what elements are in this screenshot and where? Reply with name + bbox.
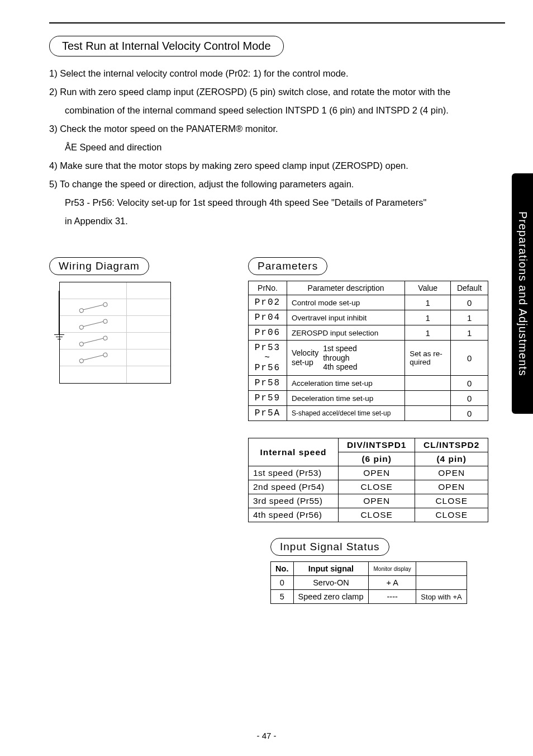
header-cl-pin: (4 pin) — [415, 452, 488, 466]
header-intspd: Internal speed — [249, 438, 339, 466]
cell: CLOSE — [338, 480, 415, 494]
cell-no: 5 — [271, 590, 294, 604]
cell-prno-range: Pr53 ~ Pr56 — [249, 341, 287, 376]
cell-note — [416, 576, 467, 590]
cell-value — [405, 376, 451, 391]
switch-icon — [81, 321, 105, 328]
step-5c: in Appendix 31. — [49, 212, 505, 230]
switch-icon — [81, 338, 105, 344]
cell-default: 0 — [451, 341, 488, 376]
table-row: 2nd speed (Pr54) CLOSE OPEN — [249, 480, 488, 494]
table-row: Pr59 Deceleration time set-up 0 — [249, 391, 488, 406]
header-cl: CL/INTSPD2 — [415, 438, 488, 452]
cell-default: 1 — [451, 325, 488, 341]
internal-speed-table: Internal speed DIV/INTSPD1 CL/INTSPD2 (6… — [248, 438, 488, 522]
cell-desc: Velocity set-up 1st speed through 4th sp… — [287, 341, 404, 376]
header-div-pin: (6 pin) — [338, 452, 415, 466]
value-bot: quired — [410, 358, 446, 366]
header-monitor: Monitor display — [369, 562, 416, 576]
input-signal-heading: Input Signal Status — [270, 538, 389, 556]
header-value: Value — [405, 281, 451, 295]
cell-value: 1 — [405, 325, 451, 341]
cell-sig: Speed zero clamp — [293, 590, 369, 604]
wiring-diagram — [59, 282, 171, 384]
cell-speed-label: 3rd speed (Pr55) — [249, 494, 339, 508]
step-5b: Pr53 - Pr56: Velocity set-up for 1st spe… — [49, 193, 505, 212]
cell-prno: Pr5A — [249, 406, 287, 421]
header-sig: Input signal — [293, 562, 369, 576]
table-header-row: No. Input signal Monitor display — [271, 562, 467, 576]
cell-prno: Pr02 — [249, 295, 287, 310]
parameters-table: PrNo. Parameter description Value Defaul… — [248, 281, 488, 421]
vs-right-mid: through — [323, 353, 358, 363]
cell: CLOSE — [415, 494, 488, 508]
step-5: 5) To change the speed or direction, adj… — [49, 175, 505, 193]
cell: CLOSE — [338, 508, 415, 522]
table-header-row: Internal speed DIV/INTSPD1 CL/INTSPD2 — [249, 438, 488, 452]
prno-mid: ~ — [253, 353, 282, 363]
vs-left-bot: set-up — [292, 358, 318, 367]
cell: OPEN — [338, 466, 415, 480]
table-row-velocity: Pr53 ~ Pr56 Velocity set-up 1st speed th… — [249, 341, 488, 376]
table-header-row: PrNo. Parameter description Value Defaul… — [249, 281, 488, 295]
cell-mon: + A — [369, 576, 416, 590]
table-row: Pr02 Control mode set-up 1 0 — [249, 295, 488, 310]
switch-icon — [81, 355, 105, 361]
table-row: 3rd speed (Pr55) OPEN CLOSE — [249, 494, 488, 508]
cell-default: 0 — [451, 295, 488, 310]
cell-desc: Acceleration time set-up — [287, 376, 404, 391]
cell-value: Set as re- quired — [405, 341, 451, 376]
table-row: 1st speed (Pr53) OPEN OPEN — [249, 466, 488, 480]
switch-icon — [81, 304, 105, 311]
cell: CLOSE — [415, 508, 488, 522]
cell-desc: Control mode set-up — [287, 295, 404, 310]
cell-prno: Pr06 — [249, 325, 287, 341]
cell-desc: ZEROSPD input selection — [287, 325, 404, 341]
cell-value — [405, 406, 451, 421]
table-row: Pr5A S-shaped accel/decel time set-up 0 — [249, 406, 488, 421]
vs-right-bot: 4th speed — [323, 362, 358, 372]
header-div: DIV/INTSPD1 — [338, 438, 415, 452]
step-3b: ÅE Speed and direction — [49, 138, 505, 157]
cell-note: Stop with +A — [416, 590, 467, 604]
parameters-heading: Parameters — [248, 257, 327, 275]
cell-desc: S-shaped accel/decel time set-up — [287, 406, 404, 421]
header-desc: Parameter description — [287, 281, 404, 295]
cell-sig: Servo-ON — [293, 576, 369, 590]
header-default: Default — [451, 281, 488, 295]
cell-value: 1 — [405, 295, 451, 310]
table-row: 4th speed (Pr56) CLOSE CLOSE — [249, 508, 488, 522]
section-title: Test Run at Internal Velocity Control Mo… — [49, 36, 284, 56]
vs-right-top: 1st speed — [323, 344, 358, 353]
step-1: 1) Select the internal velocity control … — [49, 64, 505, 83]
table-row: Pr58 Acceleration time set-up 0 — [249, 376, 488, 391]
cell-default: 0 — [451, 406, 488, 421]
instruction-steps: 1) Select the internal velocity control … — [49, 64, 505, 230]
side-tab: Preparations and Adjustments — [512, 173, 533, 414]
table-row: Pr04 Overtravel input inhibit 1 1 — [249, 310, 488, 325]
cell-prno: Pr04 — [249, 310, 287, 325]
cell-default: 0 — [451, 376, 488, 391]
cell-speed-label: 1st speed (Pr53) — [249, 466, 339, 480]
header-prno: PrNo. — [249, 281, 287, 295]
cell: OPEN — [338, 494, 415, 508]
cell-value — [405, 391, 451, 406]
cell-prno: Pr59 — [249, 391, 287, 406]
step-2: 2) Run with zero speed clamp input (ZERO… — [49, 83, 505, 101]
header-note — [416, 562, 467, 576]
step-2b: combination of the internal command spee… — [49, 101, 505, 120]
top-rule — [49, 22, 505, 23]
table-row: Pr06 ZEROSPD input selection 1 1 — [249, 325, 488, 341]
wiring-heading: Wiring Diagram — [49, 257, 149, 275]
cell-speed-label: 2nd speed (Pr54) — [249, 480, 339, 494]
cell: OPEN — [415, 466, 488, 480]
prno-bot: Pr56 — [253, 363, 282, 373]
cell-default: 1 — [451, 310, 488, 325]
table-row: 0 Servo-ON + A — [271, 576, 467, 590]
prno-top: Pr53 — [253, 343, 282, 353]
step-4: 4) Make sure that the motor stops by mak… — [49, 157, 505, 175]
cell: OPEN — [415, 480, 488, 494]
cell-no: 0 — [271, 576, 294, 590]
header-no: No. — [271, 562, 294, 576]
value-top: Set as re- — [410, 349, 446, 358]
